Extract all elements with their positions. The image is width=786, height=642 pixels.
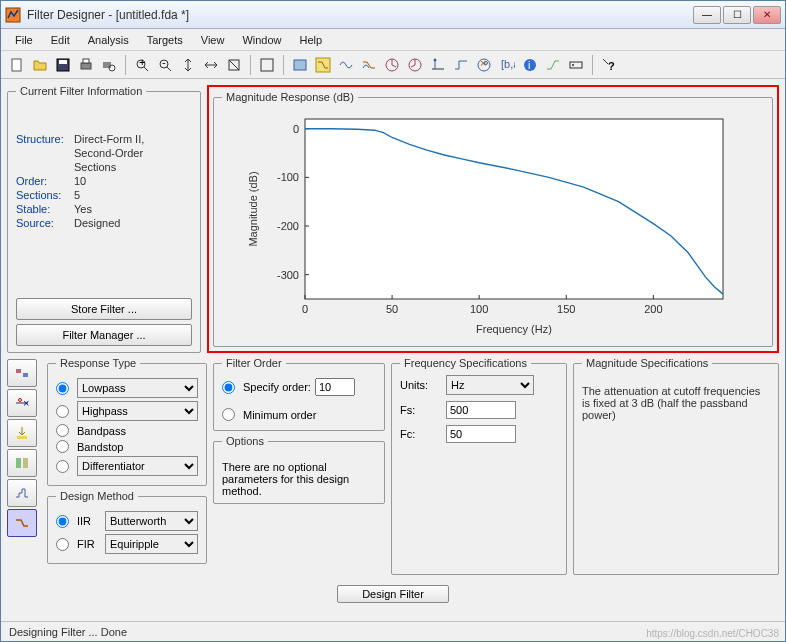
differentiator-radio[interactable] [56,460,69,473]
svg-text:0: 0 [302,303,308,315]
specify-order-label: Specify order: [243,381,311,393]
content-area: Current Filter Information Structure:Dir… [1,79,785,621]
source-label: Source: [16,217,74,229]
iir-select[interactable]: Butterworth [105,511,198,531]
svg-rect-4 [81,63,91,69]
app-logo-icon [5,7,21,23]
stable-value: Yes [74,203,92,215]
source-value: Designed [74,217,120,229]
full-view-icon[interactable] [257,55,277,75]
bandstop-label: Bandstop [77,441,123,453]
left-tool-sidebar: × [7,357,41,575]
highpass-select[interactable]: Highpass [77,401,198,421]
round-off-icon[interactable] [543,55,563,75]
menu-analysis[interactable]: Analysis [80,32,137,48]
bandpass-radio[interactable] [56,424,69,437]
svg-text:200: 200 [644,303,662,315]
minimize-button[interactable]: — [693,6,721,24]
context-help-icon[interactable]: ? [599,55,619,75]
menu-edit[interactable]: Edit [43,32,78,48]
zoom-y-icon[interactable] [178,55,198,75]
menu-targets[interactable]: Targets [139,32,191,48]
filter-info-icon[interactable]: i [520,55,540,75]
sidebar-quantize-icon[interactable] [7,479,37,507]
design-method-panel: Design Method IIRButterworth FIREquiripp… [47,490,207,564]
sidebar-realize-icon[interactable] [7,359,37,387]
svg-text:i: i [528,59,530,71]
zoom-out-icon[interactable]: - [155,55,175,75]
store-filter-button[interactable]: Store Filter ... [16,298,192,320]
filter-coeffs-icon[interactable]: [b,a] [497,55,517,75]
specify-order-input[interactable] [315,378,355,396]
window-title: Filter Designer - [untitled.fda *] [27,8,693,22]
svg-text:?: ? [608,60,615,72]
sidebar-multirate-icon[interactable] [7,449,37,477]
filter-manager-button[interactable]: Filter Manager ... [16,324,192,346]
lowpass-select[interactable]: Lowpass [77,378,198,398]
highpass-radio[interactable] [56,405,69,418]
sidebar-design-icon[interactable] [7,509,37,537]
menu-help[interactable]: Help [292,32,331,48]
svg-text:0: 0 [293,123,299,135]
svg-rect-16 [261,59,273,71]
specify-order-radio[interactable] [222,381,235,394]
open-icon[interactable] [30,55,50,75]
lowpass-radio[interactable] [56,382,69,395]
fc-input[interactable] [446,425,516,443]
svg-rect-1 [12,59,21,71]
svg-text:+: + [139,57,145,68]
impulse-resp-icon[interactable] [428,55,448,75]
maximize-button[interactable]: ☐ [723,6,751,24]
close-button[interactable]: ✕ [753,6,781,24]
phase-resp-icon[interactable] [336,55,356,75]
restore-view-icon[interactable] [224,55,244,75]
minimum-order-radio[interactable] [222,408,235,421]
zoom-x-icon[interactable] [201,55,221,75]
svg-text:Frequency (Hz): Frequency (Hz) [476,323,552,335]
save-icon[interactable] [53,55,73,75]
svg-rect-60 [16,458,21,468]
svg-text:Magnitude (dB): Magnitude (dB) [247,171,259,246]
minimum-order-label: Minimum order [243,409,316,421]
differentiator-select[interactable]: Differentiator [77,456,198,476]
options-panel: Options There are no optional parameters… [213,435,385,504]
menu-view[interactable]: View [193,32,233,48]
print-icon[interactable] [76,55,96,75]
menu-window[interactable]: Window [234,32,289,48]
fs-input[interactable] [446,401,516,419]
magresp-legend: Magnitude Response (dB) [222,91,358,103]
mag-phase-icon[interactable] [359,55,379,75]
pole-zero-icon[interactable]: × [474,55,494,75]
order-label: Order: [16,175,74,187]
bandstop-radio[interactable] [56,440,69,453]
filter-specs-icon[interactable] [290,55,310,75]
units-select[interactable]: Hz [446,375,534,395]
group-delay-icon[interactable] [382,55,402,75]
design-filter-button[interactable]: Design Filter [337,585,449,603]
print-preview-icon[interactable] [99,55,119,75]
magspec-legend: Magnitude Specifications [582,357,712,369]
menu-file[interactable]: File [7,32,41,48]
new-icon[interactable] [7,55,27,75]
zoom-in-icon[interactable]: + [132,55,152,75]
svg-line-12 [167,67,171,71]
fir-radio[interactable] [56,538,69,551]
phase-delay-icon[interactable] [405,55,425,75]
magnitude-plot: 0-100-200-300050100150200Frequency (Hz)M… [222,109,764,339]
sidebar-polezero-icon[interactable]: × [7,389,37,417]
sections-value: 5 [74,189,80,201]
step-resp-icon[interactable] [451,55,471,75]
fir-select[interactable]: Equiripple [105,534,198,554]
magnitude-response-panel: Magnitude Response (dB) 0-100-200-300050… [207,85,779,353]
realize-model-icon[interactable] [566,55,586,75]
sidebar-import-icon[interactable] [7,419,37,447]
svg-rect-61 [23,458,28,468]
svg-rect-55 [23,373,28,377]
magnitude-resp-icon[interactable] [313,55,333,75]
status-text: Designing Filter ... Done [9,626,127,638]
svg-rect-54 [16,369,21,373]
units-label: Units: [400,379,440,391]
svg-text:-: - [162,57,166,68]
iir-radio[interactable] [56,515,69,528]
response-type-panel: Response Type Lowpass Highpass Bandpass … [47,357,207,486]
